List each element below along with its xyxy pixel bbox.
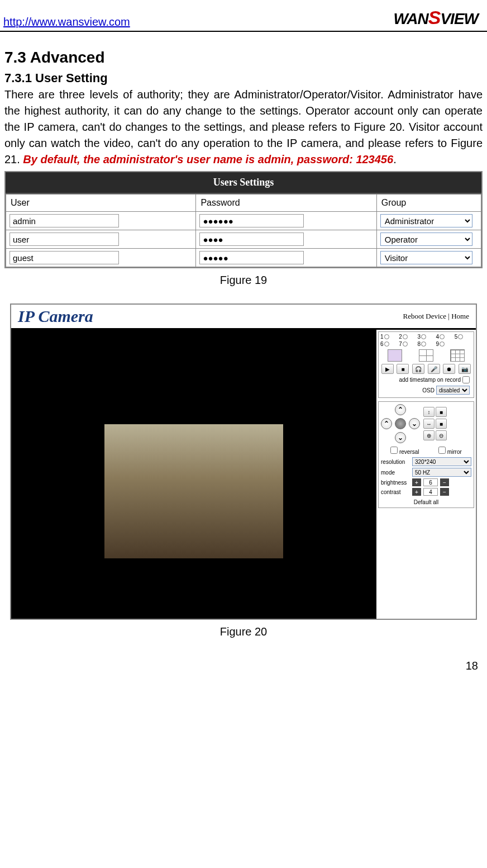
layout-quad-icon[interactable] <box>419 349 433 362</box>
snapshot-icon[interactable]: 📷 <box>459 364 471 374</box>
logo-text-post: VIEW <box>440 10 478 27</box>
preset-8[interactable]: 8 <box>417 341 435 347</box>
col-header-password: Password <box>196 195 376 212</box>
figure-19-caption: Figure 19 <box>4 274 483 287</box>
preset-2[interactable]: 2 <box>399 334 416 340</box>
vpatrol-stop-icon[interactable]: ■ <box>436 407 447 417</box>
users-settings-panel: Users Settings User Password Group Admin… <box>4 171 483 268</box>
table-header-row: User Password Group <box>6 195 481 212</box>
resolution-label: resolution <box>381 459 410 465</box>
default-all-link[interactable]: Default all <box>381 499 471 505</box>
ptz-panel: ⌃ ⌃ ⌄ ⌄ ↕ ■ ↔ <box>378 401 474 508</box>
record-icon[interactable]: ⏺ <box>443 364 455 374</box>
group-select[interactable]: Administrator <box>380 214 473 227</box>
preset-3[interactable]: 3 <box>417 334 435 340</box>
timestamp-checkbox[interactable] <box>462 376 470 383</box>
reboot-link[interactable]: Reboot Device <box>403 312 446 320</box>
audio-icon[interactable]: 🎧 <box>412 364 424 374</box>
preset-1[interactable]: 1 <box>380 334 398 340</box>
preset-panel: 1 2 3 4 5 6 7 8 9 <box>378 331 474 398</box>
col-header-group: Group <box>376 195 481 212</box>
brightness-plus-icon[interactable]: + <box>412 478 421 486</box>
ipcam-header: IP Camera Reboot Device | Home <box>11 305 476 328</box>
password-input[interactable] <box>199 214 303 227</box>
table-row: Administrator <box>6 212 481 230</box>
video-area <box>11 330 376 619</box>
col-header-user: User <box>6 195 196 212</box>
io-on-icon[interactable]: ⊕ <box>423 430 435 440</box>
ptz-down-icon[interactable]: ⌄ <box>395 432 406 443</box>
ip-camera-ui: IP Camera Reboot Device | Home 1 2 3 4 5 <box>10 303 477 620</box>
user-input[interactable] <box>9 214 119 227</box>
page-number: 18 <box>0 655 487 677</box>
logo-text-pre: WAN <box>393 10 428 27</box>
ptz-center-icon[interactable] <box>395 418 406 429</box>
section-body: There are three levels of authority; the… <box>4 87 483 168</box>
brightness-minus-icon[interactable]: − <box>440 478 449 486</box>
link-separator: | <box>446 312 451 320</box>
mirror-option[interactable]: mirror <box>438 447 462 455</box>
users-settings-title: Users Settings <box>6 172 481 194</box>
preset-4[interactable]: 4 <box>436 334 453 340</box>
group-select[interactable]: Visitor <box>380 251 473 264</box>
brightness-label: brightness <box>381 480 410 486</box>
mode-label: mode <box>381 469 410 476</box>
hpatrol-icon[interactable]: ↔ <box>423 419 435 429</box>
control-sidebar: 1 2 3 4 5 6 7 8 9 <box>376 330 476 619</box>
brightness-value[interactable] <box>423 478 438 486</box>
timestamp-label: add timestamp on record <box>399 377 461 383</box>
user-input[interactable] <box>9 251 119 264</box>
section-heading-7-3-1: 7.3.1 User Setting <box>4 71 483 86</box>
table-row: Operator <box>6 230 481 249</box>
resolution-select[interactable]: 320*240 <box>412 457 471 466</box>
layout-nine-icon[interactable] <box>450 349 465 362</box>
contrast-plus-icon[interactable]: + <box>412 488 421 496</box>
contrast-value[interactable] <box>423 488 438 496</box>
mic-icon[interactable]: 🎤 <box>428 364 440 374</box>
logo-s-icon: S <box>428 7 441 29</box>
ipcamera-logo: IP Camera <box>18 307 93 326</box>
vpatrol-icon[interactable]: ↕ <box>423 407 435 417</box>
video-feed <box>104 424 283 558</box>
preset-7[interactable]: 7 <box>399 341 416 347</box>
stop-icon[interactable]: ■ <box>397 364 409 374</box>
ptz-up-icon[interactable]: ⌃ <box>395 404 406 415</box>
play-icon[interactable]: ▶ <box>381 364 394 374</box>
figure-20-caption: Figure 20 <box>4 625 483 638</box>
header-links: Reboot Device | Home <box>403 312 469 321</box>
header-url-link[interactable]: http://www.wansview.com <box>3 16 130 29</box>
user-input[interactable] <box>9 233 119 246</box>
home-link[interactable]: Home <box>451 312 469 320</box>
ptz-left-icon[interactable]: ⌃ <box>381 418 392 429</box>
preset-6[interactable]: 6 <box>380 341 398 347</box>
password-input[interactable] <box>199 251 303 264</box>
contrast-minus-icon[interactable]: − <box>440 488 449 496</box>
password-input[interactable] <box>199 233 303 246</box>
io-off-icon[interactable]: ⊖ <box>436 430 447 440</box>
hpatrol-stop-icon[interactable]: ■ <box>436 419 447 429</box>
ptz-right-icon[interactable]: ⌄ <box>409 418 420 429</box>
ptz-dpad: ⌃ ⌃ ⌄ ⌄ <box>381 404 420 443</box>
preset-5[interactable]: 5 <box>455 334 472 340</box>
mode-select[interactable]: 50 HZ <box>412 468 471 477</box>
layout-single-icon[interactable] <box>388 349 402 362</box>
body-text-post: . <box>393 153 397 165</box>
group-select[interactable]: Operator <box>380 233 473 246</box>
wansview-logo: WANSVIEW <box>393 7 478 29</box>
osd-select[interactable]: disabled <box>436 386 470 395</box>
users-table: User Password Group Administrator Operat… <box>6 194 481 267</box>
osd-label: OSD <box>422 387 435 393</box>
section-heading-7-3: 7.3 Advanced <box>4 49 483 67</box>
table-row: Visitor <box>6 249 481 267</box>
default-credentials-warning: By default, the administrator's user nam… <box>23 153 393 165</box>
reversal-option[interactable]: reversal <box>390 447 419 455</box>
contrast-label: contrast <box>381 489 410 495</box>
preset-9[interactable]: 9 <box>436 341 453 347</box>
page-header: http://www.wansview.com WANSVIEW <box>0 0 487 32</box>
